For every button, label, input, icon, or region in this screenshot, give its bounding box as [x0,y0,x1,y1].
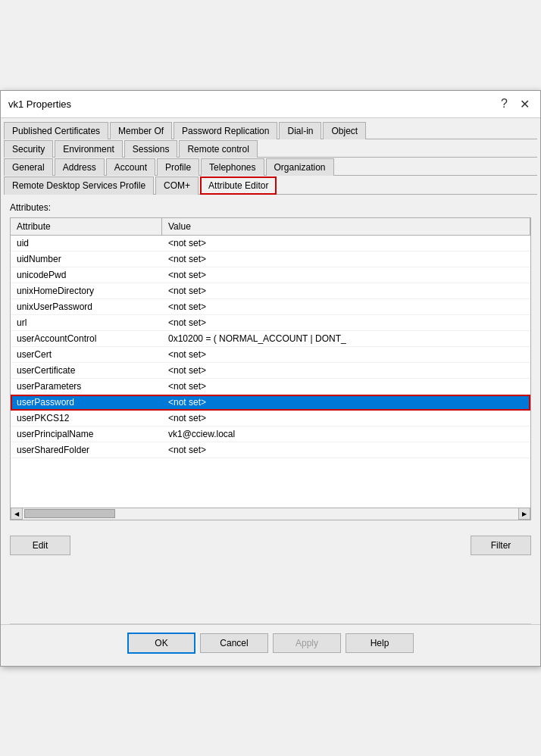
table-row[interactable]: url<not set> [11,315,530,331]
horizontal-scroll-thumb[interactable] [24,509,115,518]
tab-organization[interactable]: Organization [266,158,334,176]
cell-attribute-8: userCertificate [11,363,162,378]
tab-dial-in[interactable]: Dial-in [279,122,321,139]
table-row[interactable]: userPrincipalNamevk1@cciew.local [11,426,530,442]
help-button[interactable]: ? [498,97,511,111]
apply-button[interactable]: Apply [273,633,341,653]
edit-button[interactable]: Edit [10,536,70,555]
tab-published-certs[interactable]: Published Certificates [4,122,108,139]
cell-value-8: <not set> [162,363,530,378]
horizontal-scrollbar[interactable]: ◀ ▶ [11,508,530,520]
table-body[interactable]: uid<not set>uidNumber<not set>unicodePwd… [11,236,530,508]
title-bar: vk1 Properties ? ✕ [1,91,540,118]
cell-value-2: <not set> [162,267,530,283]
cell-value-3: <not set> [162,283,530,298]
tab-row-1: Published CertificatesMember OfPassword … [4,121,537,139]
table-header: Attribute Value [11,218,530,236]
table-row[interactable]: unixHomeDirectory<not set> [11,283,530,299]
tab-profile[interactable]: Profile [157,158,199,176]
attributes-label: Attributes: [10,202,531,213]
content-area: Attributes: Attribute Value uid<not set>… [1,195,540,528]
scroll-left-arrow[interactable]: ◀ [11,508,23,520]
cell-attribute-0: uid [11,236,162,251]
cell-value-1: <not set> [162,251,530,267]
tab-member-of[interactable]: Member Of [110,122,172,139]
cell-value-5: <not set> [162,315,530,330]
cell-value-4: <not set> [162,299,530,314]
tab-password-replication[interactable]: Password Replication [174,122,277,139]
table-row[interactable]: uidNumber<not set> [11,251,530,267]
table-row[interactable]: userParameters<not set> [11,379,530,395]
cell-attribute-11: userPKCS12 [11,411,162,426]
tab-account[interactable]: Account [106,158,155,176]
tab-sessions[interactable]: Sessions [124,140,178,158]
cell-attribute-2: unicodePwd [11,267,162,283]
bottom-controls: Edit Filter [1,528,540,563]
tab-com-plus[interactable]: COM+ [155,177,199,195]
filter-button[interactable]: Filter [471,536,531,555]
table-row[interactable]: userCert<not set> [11,347,530,363]
attributes-table: Attribute Value uid<not set>uidNumber<no… [10,217,531,520]
cell-attribute-4: unixUserPassword [11,299,162,314]
cell-value-11: <not set> [162,411,530,426]
scroll-right-arrow[interactable]: ▶ [518,508,530,520]
tab-environment[interactable]: Environment [55,140,122,158]
window-title: vk1 Properties [8,98,71,110]
cell-attribute-13: userSharedFolder [11,442,162,458]
table-row[interactable]: userPKCS12<not set> [11,411,530,426]
cell-attribute-7: userCert [11,347,162,362]
cell-value-12: vk1@cciew.local [162,426,530,442]
footer: OK Cancel Apply Help [1,624,540,666]
tab-row-3: GeneralAddressAccountProfileTelephonesOr… [4,158,537,176]
close-button[interactable]: ✕ [517,97,533,111]
cancel-button[interactable]: Cancel [200,633,268,653]
tab-row-4: Remote Desktop Services ProfileCOM+Attri… [4,176,537,195]
cell-attribute-10: userPassword [11,395,162,410]
table-row[interactable]: userCertificate<not set> [11,363,530,379]
header-value: Value [162,218,530,235]
cell-value-13: <not set> [162,442,530,458]
tab-attribute-editor[interactable]: Attribute Editor [200,177,277,195]
tabs-container: Published CertificatesMember OfPassword … [1,118,540,195]
title-bar-controls: ? ✕ [498,97,533,111]
cell-attribute-3: unixHomeDirectory [11,283,162,298]
tab-general[interactable]: General [4,158,53,176]
table-row[interactable]: unixUserPassword<not set> [11,299,530,315]
cell-value-9: <not set> [162,379,530,394]
tab-security[interactable]: Security [4,140,53,158]
tab-telephones[interactable]: Telephones [201,158,264,176]
table-row[interactable]: userAccountControl0x10200 = ( NORMAL_ACC… [11,331,530,347]
ok-button[interactable]: OK [127,633,195,654]
table-row[interactable]: unicodePwd<not set> [11,267,530,283]
cell-attribute-12: userPrincipalName [11,426,162,442]
table-row[interactable]: userPassword<not set> [11,395,530,411]
tab-row-2: SecurityEnvironmentSessionsRemote contro… [4,139,537,158]
properties-window: vk1 Properties ? ✕ Published Certificate… [0,90,541,667]
header-attribute: Attribute [11,218,162,235]
cell-value-6: 0x10200 = ( NORMAL_ACCOUNT | DONT_ [162,331,530,346]
spacer [1,563,540,623]
tab-address[interactable]: Address [55,158,105,176]
tab-remote-control[interactable]: Remote control [179,140,257,158]
cell-value-0: <not set> [162,236,530,251]
help-dialog-button[interactable]: Help [346,633,414,653]
table-row[interactable]: userSharedFolder<not set> [11,442,530,458]
cell-value-10: <not set> [162,395,530,410]
cell-value-7: <not set> [162,347,530,362]
cell-attribute-6: userAccountControl [11,331,162,346]
cell-attribute-1: uidNumber [11,251,162,267]
tab-remote-desktop[interactable]: Remote Desktop Services Profile [4,177,154,195]
tab-object[interactable]: Object [323,122,366,139]
cell-attribute-9: userParameters [11,379,162,394]
table-row[interactable]: uid<not set> [11,236,530,251]
cell-attribute-5: url [11,315,162,330]
